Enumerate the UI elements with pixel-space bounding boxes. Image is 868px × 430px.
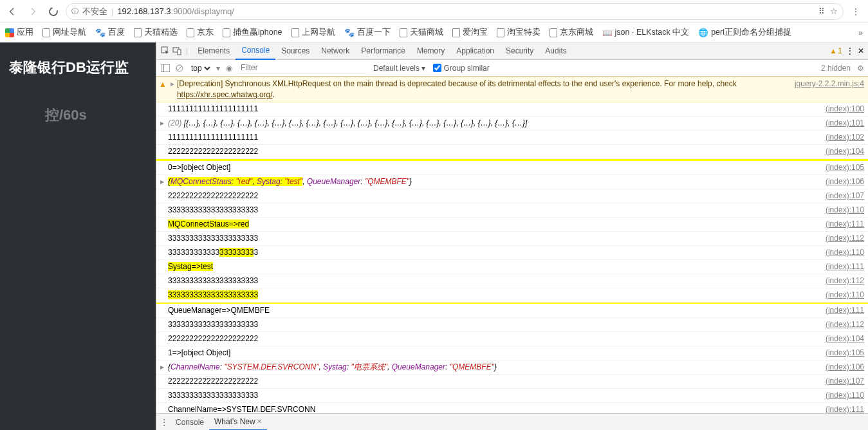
hidden-count: 2 hidden xyxy=(821,64,851,73)
source-link[interactable]: (index):111 xyxy=(819,261,864,272)
source-link[interactable]: (index):112 xyxy=(819,319,864,330)
devtools-panel: | ElementsConsoleSourcesNetworkPerforman… xyxy=(156,42,868,430)
bookmark-item[interactable]: 🐾百度 xyxy=(95,27,125,38)
menu-button[interactable]: ⋮ xyxy=(847,3,864,20)
console-row: 222222222222222222222(index):107 xyxy=(156,189,868,203)
source-link[interactable]: (index):100 xyxy=(819,104,864,115)
reload-button[interactable] xyxy=(45,3,62,20)
bookmarks-overflow[interactable]: » xyxy=(858,28,863,37)
translate-icon[interactable]: ⠿ xyxy=(818,6,825,16)
devtools-tab-audits[interactable]: Audits xyxy=(539,42,572,60)
devtools-menu[interactable]: ⋮ xyxy=(846,46,854,55)
bookmark-item[interactable]: 🐾百度一下 xyxy=(344,27,391,38)
source-link[interactable]: (index):102 xyxy=(819,132,864,143)
source-link[interactable]: (index):106 xyxy=(819,362,864,373)
context-select[interactable]: top xyxy=(189,63,212,73)
bookmark-item[interactable]: 🌐perl正则命名分组捕捉 xyxy=(698,27,791,38)
console-row: 222222222222222222222(index):104 xyxy=(156,332,868,346)
live-expression-icon[interactable]: ◉ xyxy=(224,63,234,73)
devtools-tab-application[interactable]: Application xyxy=(450,42,500,60)
source-link[interactable]: (index):112 xyxy=(819,233,864,244)
console-row: 222222222222222222222(index):107 xyxy=(156,375,868,389)
source-link[interactable]: (index):107 xyxy=(819,376,864,387)
paw-icon: 🐾 xyxy=(95,28,106,37)
bookmark-item[interactable]: 天猫商城 xyxy=(400,27,443,38)
devtools-tab-sources[interactable]: Sources xyxy=(275,42,315,60)
devtools-tab-performance[interactable]: Performance xyxy=(355,42,411,60)
source-link[interactable]: (index):110 xyxy=(819,390,864,401)
omnibox[interactable]: ⓘ 不安全 | 192.168.137.3:9000/displaymq/ ⠿ … xyxy=(66,3,844,20)
console-row: 0=>[object Object](index):105 xyxy=(156,159,868,175)
settings-icon[interactable]: ⚙ xyxy=(857,64,864,73)
book-icon: 📖 xyxy=(602,28,613,37)
console-row: 333333333333333333333(index):112 xyxy=(156,274,868,288)
inspect-icon[interactable] xyxy=(160,46,171,56)
deprecation-warning: ▲ ▸ [Deprecation] Synchronous XMLHttpReq… xyxy=(156,77,868,102)
devtools-close[interactable]: ✕ xyxy=(858,46,864,55)
levels-select[interactable]: Default levels ▾ xyxy=(373,64,425,73)
url-text: 192.168.137.3:9000/displaymq/ xyxy=(117,6,234,16)
svg-rect-2 xyxy=(178,50,181,55)
device-icon[interactable] xyxy=(172,46,182,56)
warnings-badge[interactable]: ▲1 xyxy=(829,46,842,55)
group-similar-checkbox[interactable]: Group similar xyxy=(433,64,489,73)
source-link[interactable]: (index):106 xyxy=(819,176,864,187)
bookmark-item[interactable]: 网址导航 xyxy=(42,27,86,38)
bookmark-item[interactable]: 爱淘宝 xyxy=(452,27,488,38)
console-row: ▸{ChannelName: "SYSTEM.DEF.SVRCONN", Sys… xyxy=(156,360,868,375)
forward-button[interactable] xyxy=(24,3,41,20)
source-link[interactable]: (index):112 xyxy=(819,276,864,286)
bookmark-item[interactable]: 京东商城 xyxy=(549,27,593,38)
bookmark-label: 捕鱼赢iphone xyxy=(233,27,282,38)
bookmark-item[interactable]: 捕鱼赢iphone xyxy=(223,27,282,38)
source-link[interactable]: (index):101 xyxy=(819,118,864,129)
close-icon[interactable]: ✕ xyxy=(257,418,262,425)
bookmark-label: json · ELKstack 中文 xyxy=(615,27,690,38)
source-link[interactable]: (index):107 xyxy=(819,191,864,201)
source-link[interactable]: (index):111 xyxy=(819,219,864,230)
expand-icon[interactable]: ▸ xyxy=(171,79,174,89)
drawer-menu[interactable]: ⋮ xyxy=(160,418,168,427)
apps-button[interactable]: 应用 xyxy=(5,27,33,38)
page-title: 泰隆银行DB运行监 xyxy=(0,42,156,93)
filter-input[interactable] xyxy=(238,62,367,74)
star-icon[interactable]: ☆ xyxy=(830,6,838,16)
source-link[interactable]: (index):110 xyxy=(819,247,864,258)
expand-icon[interactable]: ▸ xyxy=(160,118,164,129)
clear-console-icon[interactable] xyxy=(174,63,185,73)
devtools-tab-console[interactable]: Console xyxy=(235,42,275,60)
back-button[interactable] xyxy=(4,3,21,20)
bookmark-item[interactable]: 📖json · ELKstack 中文 xyxy=(602,27,690,38)
source-link[interactable]: (index):110 xyxy=(819,290,864,301)
devtools-tab-memory[interactable]: Memory xyxy=(411,42,450,60)
console-row: ▸{MQConnectStaus: "red", Systag: "test",… xyxy=(156,175,868,189)
devtools-tab-security[interactable]: Security xyxy=(500,42,539,60)
bookmark-item[interactable]: 上网导航 xyxy=(291,27,335,38)
sidebar-toggle-icon[interactable] xyxy=(160,63,171,73)
devtools-tab-network[interactable]: Network xyxy=(315,42,355,60)
console-row: MQConnectStaus=>red(index):111 xyxy=(156,218,868,232)
console-row: 333333333333333333333(index):110 xyxy=(156,288,868,303)
console-log-area[interactable]: ▲ ▸ [Deprecation] Synchronous XMLHttpReq… xyxy=(156,77,868,413)
source-link[interactable]: (index):104 xyxy=(819,146,864,157)
bookmark-label: 爱淘宝 xyxy=(463,27,488,38)
svg-line-6 xyxy=(177,66,182,71)
expand-icon[interactable]: ▸ xyxy=(160,362,164,373)
bookmark-item[interactable]: 天猫精选 xyxy=(134,27,178,38)
devtools-tab-elements[interactable]: Elements xyxy=(192,42,235,60)
source-link[interactable]: (index):105 xyxy=(819,162,864,173)
source-link[interactable]: (index):110 xyxy=(819,205,864,216)
expand-icon[interactable]: ▸ xyxy=(160,176,164,187)
console-row: 333333333333333333333(index):112 xyxy=(156,232,868,246)
source-link[interactable]: (index):111 xyxy=(819,404,864,413)
spec-link[interactable]: https://xhr.spec.whatwg.org/ xyxy=(177,90,273,99)
source-link[interactable]: (index):104 xyxy=(819,333,864,344)
source-link[interactable]: (index):111 xyxy=(819,305,864,316)
bookmark-label: 天猫商城 xyxy=(410,27,443,38)
bookmark-item[interactable]: 淘宝特卖 xyxy=(497,27,540,38)
source-link[interactable]: (index):105 xyxy=(819,348,864,359)
drawer-tab[interactable]: What's New✕ xyxy=(209,414,267,431)
source-link[interactable]: jquery-2.2.2.min.js:4 xyxy=(788,79,864,89)
bookmark-item[interactable]: 京东 xyxy=(187,27,214,38)
drawer-tab[interactable]: Console xyxy=(171,414,209,431)
